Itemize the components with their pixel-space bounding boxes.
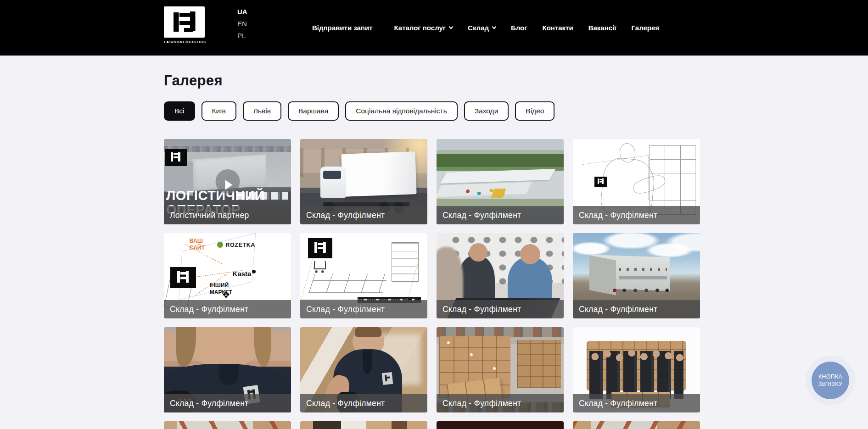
tile-caption: Склад - Фулфілмент: [573, 394, 700, 412]
filter-lviv[interactable]: Львів: [243, 101, 281, 121]
photo-shape: [650, 145, 696, 215]
photo-shape: [517, 340, 561, 388]
tile-caption: Склад - Фулфілмент: [573, 206, 700, 224]
gallery-filters: Всі Київ Львів Варшава Соціальна відпові…: [164, 101, 700, 121]
photo-shape: [342, 151, 417, 197]
fl-logo-badge: [170, 267, 196, 288]
language-switcher: UA EN PL: [237, 8, 247, 39]
gallery-tile[interactable]: ЛОГІСТИЧНИЙ ОПЕРАТОР Логістичний партнер: [164, 139, 291, 224]
nav-contacts[interactable]: Контакти: [543, 24, 573, 32]
nav-gallery[interactable]: Галерея: [632, 24, 660, 32]
tile-caption: Склад - Фулфілмент: [437, 206, 564, 224]
filter-kyiv[interactable]: Київ: [202, 101, 236, 121]
logo-text: FASHIONLOGISTICS: [164, 40, 206, 44]
fl-logo-badge: [594, 177, 607, 187]
nav-warehouse[interactable]: Склад: [468, 24, 496, 32]
photo-shape: [437, 327, 564, 337]
page-title: Галерея: [164, 72, 700, 89]
play-button[interactable]: [215, 169, 240, 194]
tile-caption: Склад - Фулфілмент: [573, 300, 700, 318]
diagram-label-your_site: ВАШ САЙТ: [190, 238, 211, 251]
tile-image: [164, 421, 291, 429]
tile-caption: Склад - Фулфілмент: [300, 206, 427, 224]
diagram-label-kasta: Kasta: [233, 270, 256, 278]
photo-shape: [301, 259, 419, 300]
nav-blog[interactable]: Блог: [511, 24, 527, 32]
nav-vacancies[interactable]: Вакансії: [588, 24, 616, 32]
tile-image: [300, 421, 427, 429]
tile-image: [573, 421, 700, 429]
logo[interactable]: FASHIONLOGISTICS: [164, 6, 206, 44]
contact-button-label: ЗВ'ЯЗКУ: [818, 380, 842, 388]
gallery-tile[interactable]: Склад - Фулфілмент: [300, 233, 427, 318]
gallery-grid: ЛОГІСТИЧНИЙ ОПЕРАТОР Логістичний партнер…: [164, 139, 700, 429]
photo-shape: [462, 186, 513, 200]
lang-en[interactable]: EN: [237, 20, 247, 28]
nav-label: Склад: [468, 24, 489, 32]
photo-shape: [582, 155, 649, 209]
gallery-tile[interactable]: Склад - Фулфілмент: [437, 139, 564, 224]
photo-shape: [440, 169, 555, 184]
photo-shape: [320, 167, 346, 198]
lang-pl[interactable]: PL: [237, 32, 247, 39]
diagram-label-rozetka: ROZETKA: [217, 242, 255, 248]
lang-ua[interactable]: UA: [237, 8, 247, 16]
filter-events[interactable]: Заходи: [464, 101, 509, 121]
photo-shape: [187, 327, 263, 367]
gallery-tile[interactable]: Склад - Фулфілмент: [437, 327, 564, 412]
fl-logo-badge: [165, 149, 187, 166]
chevron-down-icon: [492, 25, 497, 29]
gallery-tile[interactable]: Склад - Фулфілмент: [573, 327, 700, 412]
logo-icon: [164, 6, 205, 38]
diagram-label-cursor: ✥: [222, 290, 230, 300]
gallery-tile[interactable]: Склад - Фулфілмент: [437, 233, 564, 318]
tile-caption: Склад - Фулфілмент: [300, 394, 427, 412]
site-header: FASHIONLOGISTICS UA EN PL Відправити зап…: [0, 0, 868, 56]
contact-button-label: КНОПКА: [818, 373, 842, 380]
tile-caption: Логістичний партнер: [164, 206, 291, 224]
tile-caption: Склад - Фулфілмент: [437, 394, 564, 412]
nav-services-catalog[interactable]: Каталог послуг: [394, 24, 453, 32]
filter-warsaw[interactable]: Варшава: [288, 101, 339, 121]
filter-all[interactable]: Всі: [164, 101, 195, 121]
gallery-tile[interactable]: ВАШ САЙТROZETKAKastaІНШИЙ МАРКЕТ✥ Склад …: [164, 233, 291, 318]
photo-shape: [619, 268, 667, 271]
tile-caption: Склад - Фулфілмент: [437, 300, 564, 318]
filter-video[interactable]: Відео: [515, 101, 554, 121]
tile-caption: Склад - Фулфілмент: [164, 300, 291, 318]
gallery-tile[interactable]: Склад - Фулфілмент: [164, 327, 291, 412]
filter-social-responsibility[interactable]: Соціальна відповідальність: [345, 101, 458, 121]
gallery-tile[interactable]: [437, 421, 564, 429]
main-content: Галерея Всі Київ Львів Варшава Соціальна…: [164, 72, 700, 429]
gallery-tile[interactable]: [300, 421, 427, 429]
gallery-tile[interactable]: Склад - Фулфілмент: [300, 139, 427, 224]
tile-caption: Склад - Фулфілмент: [300, 300, 427, 318]
gallery-tile[interactable]: [573, 421, 700, 429]
nav-send-request[interactable]: Відправити запит: [312, 24, 373, 32]
gallery-tile[interactable]: [164, 421, 291, 429]
main-nav: Відправити запит Каталог послуг Склад Бл…: [312, 0, 659, 56]
tile-caption: Склад - Фулфілмент: [164, 394, 291, 412]
play-icon: [225, 180, 232, 190]
fl-logo-badge: [308, 238, 332, 258]
nav-label: Каталог послуг: [394, 24, 446, 32]
tile-image: [437, 421, 564, 429]
gallery-tile[interactable]: Склад - Фулфілмент: [573, 233, 700, 318]
photo-shape: [611, 288, 672, 293]
gallery-tile[interactable]: Склад - Фулфілмент: [300, 327, 427, 412]
chevron-down-icon: [449, 25, 454, 29]
gallery-tile[interactable]: Склад - Фулфілмент: [573, 139, 700, 224]
contact-button[interactable]: КНОПКА ЗВ'ЯЗКУ: [812, 362, 849, 399]
